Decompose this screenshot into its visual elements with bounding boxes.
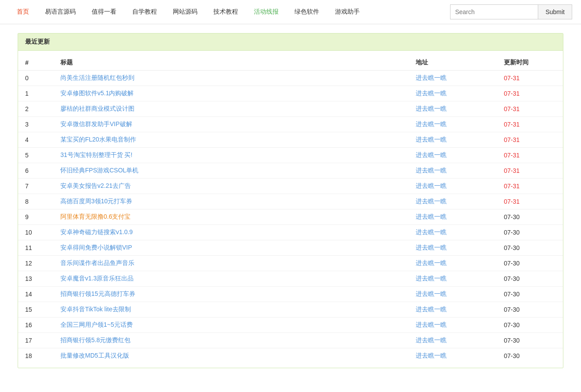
- cell-num: 10: [18, 225, 53, 240]
- table-row: 18批量修改MD5工具汉化版进去瞧一瞧07-30: [18, 348, 563, 364]
- cell-num: 7: [18, 179, 53, 194]
- cell-date: 07-31: [497, 163, 563, 179]
- title-link[interactable]: 安卓微信群发助手VIP破解: [60, 120, 132, 127]
- title-link[interactable]: 招商银行领15元高德打车券: [60, 290, 135, 297]
- nav-item-gamehelper[interactable]: 游戏助手: [327, 0, 368, 24]
- cell-date: 07-31: [497, 71, 563, 86]
- cell-date: 07-30: [497, 302, 563, 317]
- cell-addr: 进去瞧一瞧: [409, 71, 497, 86]
- cell-date: 07-31: [497, 194, 563, 209]
- cell-date: 07-31: [497, 179, 563, 194]
- addr-link[interactable]: 进去瞧一瞧: [416, 228, 447, 235]
- cell-date: 07-30: [497, 348, 563, 364]
- table-row: 8高德百度周3领10元打车券进去瞧一瞧07-31: [18, 194, 563, 209]
- addr-link[interactable]: 进去瞧一瞧: [416, 74, 447, 81]
- table-row: 2廖桔的社群商业模式设计图进去瞧一瞧07-31: [18, 101, 563, 117]
- cell-addr: 进去瞧一瞧: [409, 163, 497, 179]
- cell-date: 07-31: [497, 117, 563, 132]
- cell-title: 尚美生活注册随机红包秒到: [53, 71, 409, 86]
- nav-item-eylang[interactable]: 易语言源码: [37, 0, 84, 24]
- table-row: 13安卓魔音v1.3原音乐狂出品进去瞧一瞧07-30: [18, 271, 563, 287]
- table-row: 1安卓修图软件v5.1内购破解进去瞧一瞧07-31: [18, 86, 563, 101]
- cell-title: 某宝买的FL20水果电音制作: [53, 132, 409, 148]
- title-link[interactable]: 阿里体育无限撸0.6支付宝: [60, 213, 130, 220]
- cell-addr: 进去瞧一瞧: [409, 302, 497, 317]
- cell-num: 2: [18, 101, 53, 117]
- table-row: 12音乐间谍作者出品鱼声音乐进去瞧一瞧07-30: [18, 256, 563, 271]
- addr-link[interactable]: 进去瞧一瞧: [416, 105, 447, 112]
- addr-link[interactable]: 进去瞧一瞧: [416, 198, 447, 205]
- table-row: 15安卓抖音TikTok lite去限制进去瞧一瞧07-30: [18, 302, 563, 317]
- addr-link[interactable]: 进去瞧一瞧: [416, 352, 447, 359]
- cell-title: 安卓得间免费小说解锁VIP: [53, 240, 409, 256]
- addr-link[interactable]: 进去瞧一瞧: [416, 167, 447, 174]
- cell-date: 07-30: [497, 271, 563, 287]
- cell-date: 07-30: [497, 240, 563, 256]
- nav-item-tutorials[interactable]: 自学教程: [124, 0, 165, 24]
- table-row: 9阿里体育无限撸0.6支付宝进去瞧一瞧07-30: [18, 209, 563, 225]
- cell-addr: 进去瞧一瞧: [409, 117, 497, 132]
- cell-date: 07-30: [497, 317, 563, 333]
- cell-title: 批量修改MD5工具汉化版: [53, 348, 409, 364]
- addr-link[interactable]: 进去瞧一瞧: [416, 275, 447, 282]
- cell-addr: 进去瞧一瞧: [409, 256, 497, 271]
- addr-link[interactable]: 进去瞧一瞧: [416, 306, 447, 313]
- search-input[interactable]: [450, 4, 538, 19]
- cell-num: 18: [18, 348, 53, 364]
- nav-item-websrc[interactable]: 网站源码: [165, 0, 205, 24]
- cell-num: 6: [18, 163, 53, 179]
- addr-link[interactable]: 进去瞧一瞧: [416, 90, 447, 97]
- nav-item-home[interactable]: 首页: [9, 0, 37, 24]
- cell-num: 0: [18, 71, 53, 86]
- table-row: 4某宝买的FL20水果电音制作进去瞧一瞧07-31: [18, 132, 563, 148]
- search-button[interactable]: Submit: [538, 4, 572, 19]
- cell-addr: 进去瞧一瞧: [409, 348, 497, 364]
- cell-date: 07-31: [497, 101, 563, 117]
- title-link[interactable]: 廖桔的社群商业模式设计图: [60, 105, 134, 112]
- title-link[interactable]: 全国三网用户领1~5元话费: [60, 321, 133, 328]
- cell-title: 廖桔的社群商业模式设计图: [53, 101, 409, 117]
- addr-link[interactable]: 进去瞧一瞧: [416, 151, 447, 158]
- title-link[interactable]: 安卓得间免费小说解锁VIP: [60, 244, 132, 251]
- col-header-title: 标题: [53, 55, 409, 71]
- title-link[interactable]: 尚美生活注册随机红包秒到: [60, 74, 134, 81]
- addr-link[interactable]: 进去瞧一瞧: [416, 136, 447, 143]
- title-link[interactable]: 高德百度周3领10元打车券: [60, 198, 132, 205]
- addr-link[interactable]: 进去瞧一瞧: [416, 244, 447, 251]
- title-link[interactable]: 批量修改MD5工具汉化版: [60, 352, 129, 359]
- title-link[interactable]: 安卓魔音v1.3原音乐狂出品: [60, 275, 134, 282]
- cell-title: 安卓抖音TikTok lite去限制: [53, 302, 409, 317]
- main-content: 最近更新 # 标题 地址 更新时间 0尚美生活注册随机红包秒到进去瞧一瞧07-3…: [0, 24, 581, 377]
- search-area: Submit: [450, 4, 572, 19]
- title-link[interactable]: 音乐间谍作者出品鱼声音乐: [60, 259, 134, 266]
- cell-title: 招商银行领15元高德打车券: [53, 287, 409, 302]
- nav-item-worthsee[interactable]: 值得一看: [84, 0, 124, 24]
- addr-link[interactable]: 进去瞧一瞧: [416, 213, 447, 220]
- title-link[interactable]: 安卓神奇磁力链搜索v1.0.9: [60, 228, 133, 235]
- title-link[interactable]: 怀旧经典FPS游戏CSOL单机: [60, 167, 138, 174]
- cell-addr: 进去瞧一瞧: [409, 287, 497, 302]
- title-link[interactable]: 安卓修图软件v5.1内购破解: [60, 90, 134, 97]
- title-link[interactable]: 31号淘宝特别整理干货 买!: [60, 151, 132, 158]
- table-row: 531号淘宝特别整理干货 买!进去瞧一瞧07-31: [18, 148, 563, 163]
- title-link[interactable]: 招商银行领5.8元缴费红包: [60, 336, 130, 343]
- nav-item-activities[interactable]: 活动线报: [246, 0, 287, 24]
- cell-date: 07-30: [497, 209, 563, 225]
- title-link[interactable]: 安卓抖音TikTok lite去限制: [60, 306, 131, 313]
- addr-link[interactable]: 进去瞧一瞧: [416, 321, 447, 328]
- cell-addr: 进去瞧一瞧: [409, 225, 497, 240]
- nav-item-techtutor[interactable]: 技术教程: [205, 0, 246, 24]
- cell-num: 9: [18, 209, 53, 225]
- title-link[interactable]: 某宝买的FL20水果电音制作: [60, 136, 136, 143]
- addr-link[interactable]: 进去瞧一瞧: [416, 259, 447, 266]
- title-link[interactable]: 安卓美女报告v2.21去广告: [60, 182, 131, 189]
- header: 首页 易语言源码 值得一看 自学教程 网站源码 技术教程 活动线报 绿色软件 游…: [0, 0, 581, 24]
- addr-link[interactable]: 进去瞧一瞧: [416, 120, 447, 127]
- cell-date: 07-30: [497, 225, 563, 240]
- nav-item-greensw[interactable]: 绿色软件: [287, 0, 327, 24]
- addr-link[interactable]: 进去瞧一瞧: [416, 182, 447, 189]
- recent-updates-section: 最近更新 # 标题 地址 更新时间 0尚美生活注册随机红包秒到进去瞧一瞧07-3…: [18, 33, 563, 368]
- addr-link[interactable]: 进去瞧一瞧: [416, 290, 447, 297]
- cell-date: 07-30: [497, 287, 563, 302]
- addr-link[interactable]: 进去瞧一瞧: [416, 336, 447, 343]
